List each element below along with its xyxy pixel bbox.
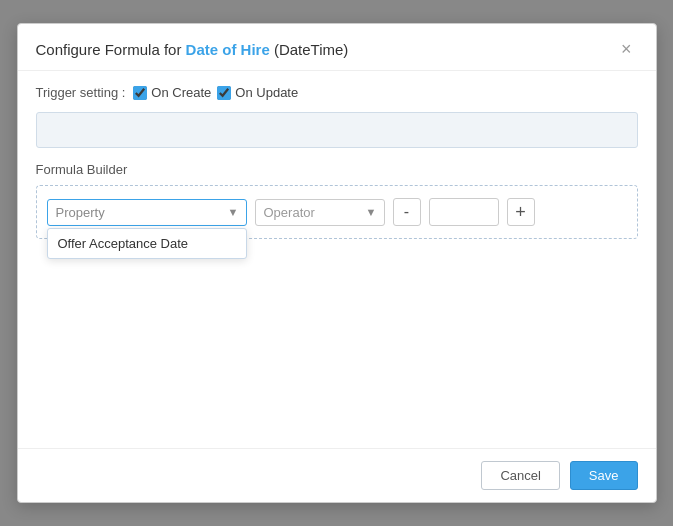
modal-overlay: Configure Formula for Date of Hire (Date…: [0, 0, 673, 526]
property-dropdown-menu: Offer Acceptance Date: [47, 228, 247, 259]
on-update-label[interactable]: On Update: [235, 85, 298, 100]
save-button[interactable]: Save: [570, 461, 638, 490]
modal-body: Trigger setting : On Create On Update Fo…: [18, 71, 656, 448]
formula-builder-box: Property Offer Acceptance Date ▼ Offer A…: [36, 185, 638, 239]
trigger-label: Trigger setting :: [36, 85, 126, 100]
on-create-label[interactable]: On Create: [151, 85, 211, 100]
on-create-wrapper: On Create: [133, 85, 211, 100]
minus-button[interactable]: -: [393, 198, 421, 226]
title-prefix: Configure Formula for: [36, 41, 186, 58]
on-update-checkbox[interactable]: [217, 86, 231, 100]
title-suffix: (DateTime): [270, 41, 349, 58]
on-create-checkbox[interactable]: [133, 86, 147, 100]
builder-row: Property Offer Acceptance Date ▼ Offer A…: [47, 198, 627, 226]
formula-input-area: [36, 112, 638, 148]
value-input[interactable]: [429, 198, 499, 226]
dropdown-item-offer-acceptance-date[interactable]: Offer Acceptance Date: [48, 229, 246, 258]
trigger-row: Trigger setting : On Create On Update: [36, 85, 638, 100]
operator-dropdown-wrapper: Operator ▼: [255, 199, 385, 226]
property-dropdown-wrapper: Property Offer Acceptance Date ▼ Offer A…: [47, 199, 247, 226]
cancel-button[interactable]: Cancel: [481, 461, 559, 490]
modal-header: Configure Formula for Date of Hire (Date…: [18, 24, 656, 71]
formula-builder-label: Formula Builder: [36, 162, 638, 177]
modal-dialog: Configure Formula for Date of Hire (Date…: [17, 23, 657, 503]
on-update-wrapper: On Update: [217, 85, 298, 100]
operator-select[interactable]: Operator: [255, 199, 385, 226]
title-highlight: Date of Hire: [186, 41, 270, 58]
close-button[interactable]: ×: [615, 38, 638, 60]
property-select[interactable]: Property Offer Acceptance Date: [47, 199, 247, 226]
modal-footer: Cancel Save: [18, 448, 656, 502]
modal-title: Configure Formula for Date of Hire (Date…: [36, 41, 349, 58]
plus-button[interactable]: +: [507, 198, 535, 226]
